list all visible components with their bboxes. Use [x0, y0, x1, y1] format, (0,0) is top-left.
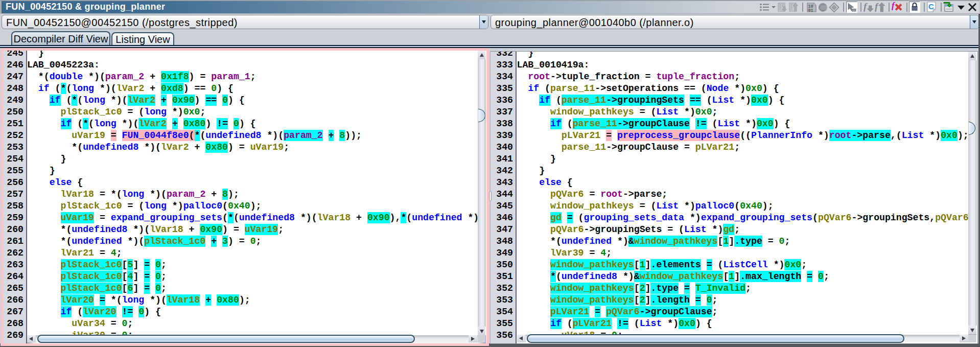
svg-text:01: 01: [808, 8, 813, 13]
svg-text:f: f: [864, 2, 868, 12]
svg-text:f: f: [892, 2, 896, 10]
svg-text:C: C: [928, 2, 934, 11]
svg-text:f: f: [875, 2, 879, 12]
